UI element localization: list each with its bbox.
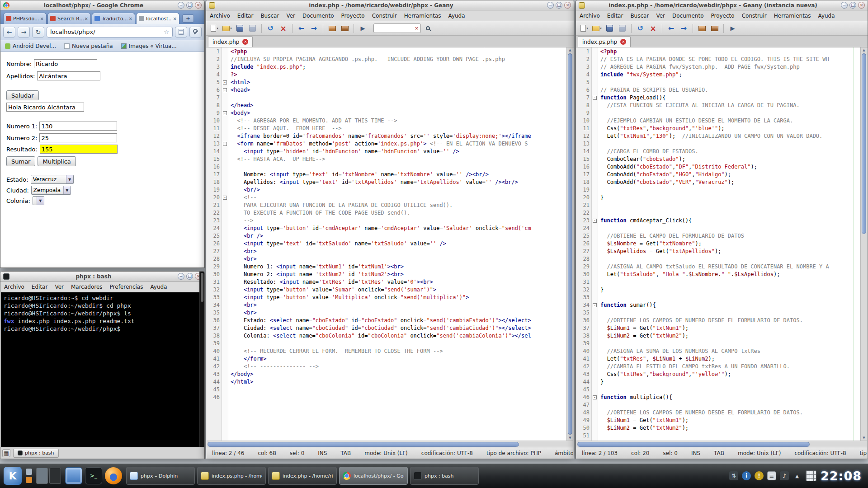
geany1-titlebar[interactable]: index.php - /home/ricardo/webdir/phpx - … [206, 0, 574, 10]
shield-icon[interactable] [755, 471, 764, 480]
kmenu-button[interactable]: K [4, 467, 22, 485]
ciudad-select[interactable]: Zempoala ▼ [31, 186, 71, 195]
terminal-tab[interactable]: phpx : bash [13, 449, 59, 458]
close-button[interactable]: × [858, 2, 865, 9]
minimize-button[interactable]: − [547, 2, 554, 9]
volume-icon[interactable] [780, 471, 789, 480]
fold-marker-icon[interactable]: - [223, 80, 227, 84]
display-icon[interactable] [65, 467, 82, 484]
geany2-menu-ver[interactable]: Ver [656, 13, 665, 19]
new-file-button[interactable]: ▾ [579, 23, 590, 34]
expander-icon[interactable] [793, 471, 802, 480]
nombre-input[interactable] [34, 59, 97, 68]
compile-button[interactable] [696, 23, 708, 34]
chrome-tab[interactable]: PHPasdo...× [3, 13, 47, 24]
search-entry[interactable] [376, 24, 415, 32]
taskbar-task[interactable]: index.php - /home/ricardo/web [268, 467, 337, 485]
minimize-button[interactable]: − [178, 273, 184, 280]
scroll-up-icon[interactable]: ▲ [567, 48, 573, 52]
save-all-button[interactable] [247, 23, 258, 34]
minimize-button[interactable]: − [841, 2, 848, 9]
g1-vscrollbar[interactable]: ▲ ▼ [566, 47, 573, 441]
terminal-menu-archivo[interactable]: Archivo [4, 284, 24, 290]
geany2-menu-buscar[interactable]: Buscar [630, 13, 649, 19]
bookmark-item[interactable]: Android Devel... [5, 43, 56, 49]
tab-close-icon[interactable]: × [40, 16, 44, 21]
minimize-button[interactable]: − [178, 2, 184, 9]
run-button[interactable]: ▶ [727, 23, 738, 34]
wrench-menu-button[interactable] [189, 27, 202, 38]
tab-close-icon[interactable]: × [242, 39, 248, 45]
konsole-titlebar[interactable]: phpx : bash − □ × [0, 272, 204, 282]
taskbar-task[interactable]: phpx – Dolphin [126, 467, 195, 485]
scroll-up-icon[interactable]: ▲ [861, 48, 867, 52]
sumar-button[interactable]: Sumar [6, 156, 35, 166]
terminal-menu-ayuda[interactable]: Ayuda [150, 284, 167, 290]
resultado-input[interactable] [40, 145, 118, 154]
scroll-down-icon[interactable]: ▼ [861, 436, 867, 440]
geany2-menu-editar[interactable]: Editar [607, 13, 623, 19]
apellidos-input[interactable] [37, 71, 100, 80]
run-button[interactable]: ▶ [357, 23, 368, 34]
geany2-titlebar[interactable]: index.ps.php - /home/ricardo/webdir/phpx… [576, 0, 868, 10]
reload-button[interactable]: ↻ [32, 27, 44, 38]
fold-marker-icon[interactable]: - [593, 303, 597, 307]
editor-tab[interactable]: index.ps.php × [578, 36, 631, 47]
pager-desktop-1[interactable] [36, 468, 48, 484]
new-file-button[interactable]: ▾ [209, 23, 220, 34]
saludar-button[interactable]: Saludar [6, 90, 39, 100]
scroll-down-icon[interactable]: ▼ [567, 436, 573, 440]
scrollbar-thumb[interactable] [577, 442, 810, 447]
maximize-button[interactable]: □ [849, 2, 856, 9]
chrome-titlebar[interactable]: localhost/phpx/ - Google Chrome − □ × [0, 0, 204, 10]
geany2-menu-ayuda[interactable]: Ayuda [818, 13, 835, 19]
device-notifier-icon[interactable] [26, 477, 32, 483]
forward-button[interactable]: → [678, 23, 689, 34]
find-button[interactable] [422, 23, 434, 34]
revert-button[interactable]: ↺ [265, 23, 276, 34]
maximize-button[interactable]: □ [186, 273, 193, 280]
build-button[interactable] [709, 23, 720, 34]
tab-close-icon[interactable]: × [85, 16, 88, 21]
geany1-menu-construir[interactable]: Construir [372, 13, 397, 19]
new-tab-button[interactable]: ▦ [2, 449, 10, 457]
close-button[interactable]: × [195, 2, 202, 9]
chrome-tab[interactable]: Traducto...× [92, 13, 135, 24]
clipboard-icon[interactable] [767, 471, 776, 480]
colonia-select[interactable]: ▼ [33, 196, 44, 205]
maximize-button[interactable]: □ [186, 2, 193, 9]
scrollbar-thumb[interactable] [568, 53, 572, 435]
taskbar-task[interactable]: phpx : bash [410, 467, 479, 485]
save-all-button[interactable] [617, 23, 628, 34]
back-button[interactable]: ← [3, 27, 15, 38]
scrollbar-thumb[interactable] [201, 273, 203, 302]
fold-marker-icon[interactable]: - [223, 111, 227, 115]
chrome-tab[interactable]: Search R...× [47, 13, 91, 24]
geany2-menu-proyecto[interactable]: Proyecto [711, 13, 734, 19]
terminal-scrollbar[interactable] [199, 272, 204, 459]
pager-desktop-2[interactable] [49, 468, 61, 484]
new-tab-button[interactable]: + [182, 14, 194, 23]
notifier-icon[interactable] [742, 471, 751, 480]
tab-close-icon[interactable]: × [620, 39, 626, 45]
close-file-button[interactable]: × [647, 23, 659, 34]
terminal-menu-editar[interactable]: Editar [32, 284, 48, 290]
back-button[interactable]: ← [296, 23, 307, 34]
bookmark-item[interactable]: Nueva pestaña [64, 43, 113, 49]
terminal-menu-preferencias[interactable]: Preferencias [110, 284, 143, 290]
taskbar-task[interactable]: localhost/phpx/ - Google Chr [339, 467, 408, 485]
forward-button[interactable]: → [308, 23, 320, 34]
show-desktop-icon[interactable] [26, 469, 32, 475]
geany1-menu-ver[interactable]: Ver [286, 13, 295, 19]
num1-input[interactable] [39, 122, 117, 131]
maximize-button[interactable]: □ [556, 2, 562, 9]
close-file-button[interactable]: × [278, 23, 289, 34]
terminal-menu-ver[interactable]: Ver [55, 284, 64, 290]
forward-button[interactable]: → [18, 27, 30, 38]
fold-marker-icon[interactable]: - [593, 219, 597, 223]
geany1-menu-editar[interactable]: Editar [237, 13, 254, 19]
address-bar[interactable]: localhost/phpx/ ☆ [47, 27, 173, 38]
geany2-menu-archivo[interactable]: Archivo [580, 13, 600, 19]
geany2-menu-construir[interactable]: Construir [742, 13, 767, 19]
geany2-menu-documento[interactable]: Documento [672, 13, 704, 19]
